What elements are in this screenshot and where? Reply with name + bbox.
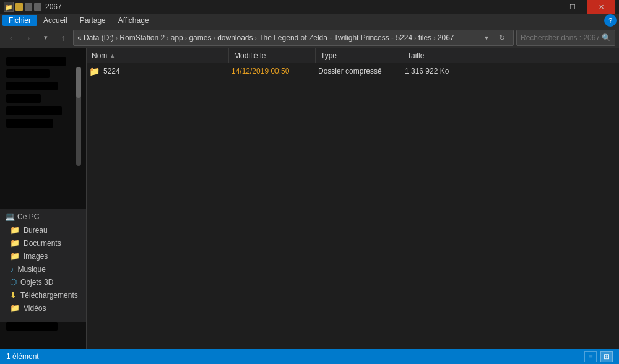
sidebar-item-telechargements[interactable]: ⬇ Téléchargements (0, 288, 86, 301)
sidebar-redacted (0, 48, 86, 209)
sidebar-item-documents[interactable]: 📁 Documents (0, 236, 86, 249)
sidebar-objets3d-label: Objets 3D (20, 278, 53, 287)
sidebar-bureau-label: Bureau (24, 226, 48, 235)
sidebar-item-images[interactable]: 📁 Images (0, 249, 86, 262)
address-bar[interactable]: « Data (D:) › RomStation 2 › app › games… (73, 30, 514, 46)
forward-button[interactable]: › (21, 30, 36, 45)
sidebar-item-bureau[interactable]: 📁 Bureau (0, 223, 86, 236)
musique-icon: ♪ (10, 264, 14, 274)
file-name-cell: 📁 5224 (89, 66, 232, 76)
file-list: 📁 5224 14/12/2019 00:50 Dossier compress… (87, 63, 619, 349)
sidebar-item-videos[interactable]: 📁 Vidéos (0, 301, 86, 314)
menu-bar: Fichier Accueil Partage Affichage ? (0, 14, 619, 27)
refresh-button[interactable]: ↻ (495, 30, 509, 46)
sidebar-cepc-header[interactable]: 💻 Ce PC (0, 209, 86, 223)
status-text: 1 élément (6, 352, 39, 361)
file-modified-cell: 14/12/2019 00:50 (232, 67, 318, 76)
column-modified[interactable]: Modifié le (229, 48, 316, 63)
title-bar-icon-4 (34, 3, 41, 11)
crumb-sep-4: › (213, 34, 215, 41)
sidebar-documents-label: Documents (24, 239, 61, 248)
pc-icon: 💻 (5, 212, 15, 221)
window-controls: − ☐ ✕ (530, 0, 615, 14)
sidebar-videos-label: Vidéos (24, 304, 46, 313)
sidebar: 💻 Ce PC 📁 Bureau 📁 Documents 📁 Images ♪ … (0, 48, 87, 349)
back-button[interactable]: ‹ (4, 30, 19, 45)
crumb-downloads: downloads (217, 33, 253, 42)
telechargements-icon: ⬇ (10, 290, 17, 300)
crumb-2067: 2067 (438, 33, 454, 42)
videos-icon: 📁 (10, 303, 20, 313)
up-button[interactable]: ↑ (56, 30, 71, 45)
help-button[interactable]: ? (604, 14, 617, 27)
address-breadcrumb: « Data (D:) › RomStation 2 › app › games… (77, 33, 454, 42)
crumb-app: app (171, 33, 183, 42)
list-view-button[interactable]: ≡ (584, 351, 597, 362)
objets3d-icon: ⬡ (10, 277, 17, 287)
search-icon: 🔍 (602, 33, 611, 42)
crumb-sep-5: › (255, 34, 258, 41)
status-bar: 1 élément ≡ ⊞ (0, 349, 619, 364)
bureau-icon: 📁 (10, 225, 20, 235)
crumb-games: games (189, 33, 211, 42)
file-size-cell: 1 316 922 Ko (405, 67, 473, 76)
column-name[interactable]: Nom ▲ (87, 48, 229, 63)
sort-arrow-name: ▲ (110, 53, 115, 59)
sidebar-item-musique[interactable]: ♪ Musique (0, 262, 86, 275)
crumb-files: files (418, 33, 431, 42)
column-type[interactable]: Type (316, 48, 402, 63)
toolbar: ‹ › ▾ ↑ « Data (D:) › RomStation 2 › app… (0, 27, 619, 48)
column-size[interactable]: Taille (402, 48, 470, 63)
menu-affichage[interactable]: Affichage (112, 15, 155, 26)
expand-button[interactable]: ▾ (38, 30, 53, 45)
title-bar-icon-3 (25, 3, 32, 11)
address-dropdown-button[interactable]: ▾ (480, 30, 492, 46)
details-view-button[interactable]: ⊞ (600, 351, 613, 362)
sidebar-images-label: Images (24, 252, 48, 261)
crumb-zelda: The Legend of Zelda - Twilight Princess … (259, 33, 412, 42)
crumb-sep-7: › (433, 34, 436, 41)
menu-partage[interactable]: Partage (74, 15, 112, 26)
search-bar[interactable]: 🔍 (516, 30, 615, 46)
minimize-button[interactable]: − (530, 0, 558, 14)
maximize-button[interactable]: ☐ (558, 0, 587, 14)
images-icon: 📁 (10, 251, 20, 261)
file-type-cell: Dossier compressé (318, 67, 405, 76)
table-row[interactable]: 📁 5224 14/12/2019 00:50 Dossier compress… (87, 63, 619, 79)
menu-fichier[interactable]: Fichier (2, 15, 37, 26)
search-input[interactable] (521, 33, 599, 42)
documents-icon: 📁 (10, 238, 20, 248)
window-title: 2067 (45, 2, 62, 11)
folder-icon: 📁 (89, 66, 100, 76)
crumb-data: « Data (D:) (77, 33, 114, 42)
menu-accueil[interactable]: Accueil (37, 15, 74, 26)
sidebar-musique-label: Musique (18, 265, 46, 274)
column-headers: Nom ▲ Modifié le Type Taille (87, 48, 619, 63)
crumb-sep-1: › (116, 34, 118, 41)
sidebar-item-objets3d[interactable]: ⬡ Objets 3D (0, 275, 86, 288)
crumb-sep-2: › (167, 34, 169, 41)
file-name: 5224 (103, 67, 120, 76)
close-button[interactable]: ✕ (587, 0, 615, 14)
title-bar: 📁 2067 − ☐ ✕ (0, 0, 619, 14)
sidebar-telechargements-label: Téléchargements (20, 291, 78, 300)
crumb-romstation: RomStation 2 (119, 33, 165, 42)
view-controls: ≡ ⊞ (584, 351, 613, 362)
crumb-sep-6: › (414, 34, 417, 41)
title-bar-icon-2 (15, 3, 23, 11)
sidebar-cepc-label: Ce PC (17, 212, 39, 221)
title-bar-icon-1: 📁 (4, 2, 14, 12)
crumb-sep-3: › (185, 34, 188, 41)
